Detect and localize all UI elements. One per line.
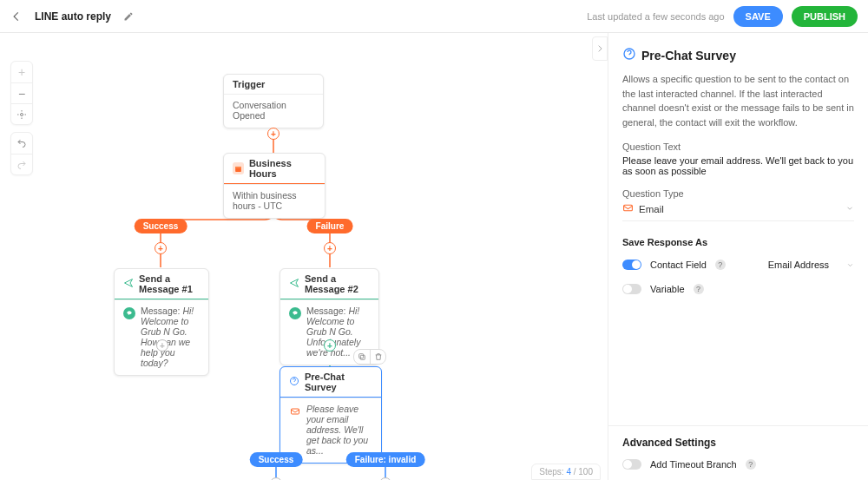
node-trigger-body: Conversation Opened bbox=[233, 100, 314, 121]
add-step-button[interactable]: + bbox=[267, 128, 279, 140]
question-type-select[interactable]: Email bbox=[622, 202, 854, 221]
svg-point-0 bbox=[21, 113, 23, 115]
svg-rect-2 bbox=[235, 166, 241, 168]
node-actions bbox=[353, 349, 386, 365]
question-icon bbox=[289, 376, 299, 388]
edit-title-icon[interactable] bbox=[123, 11, 134, 22]
contact-field-label: Contact Field bbox=[650, 260, 707, 270]
workflow-title: LINE auto reply bbox=[35, 10, 111, 23]
add-step-button[interactable]: + bbox=[324, 242, 336, 254]
question-text-label: Question Text bbox=[622, 141, 854, 152]
sidebar-toggle-button[interactable] bbox=[592, 36, 608, 61]
add-timeout-label: Add Timeout Branch bbox=[650, 459, 737, 470]
send-icon bbox=[123, 278, 134, 290]
node-send-message-1[interactable]: Send a Message #1 Message: Hi! Welcome t… bbox=[114, 268, 209, 376]
line-icon bbox=[289, 307, 301, 319]
fit-screen-button[interactable] bbox=[11, 103, 32, 124]
redo-button[interactable] bbox=[11, 154, 32, 174]
add-timeout-toggle[interactable] bbox=[622, 459, 641, 470]
question-text-value[interactable]: Please leave your email address. We'll g… bbox=[622, 155, 854, 176]
sidebar-description: Allows a specific question to be sent to… bbox=[622, 72, 854, 129]
node-pcs-title: Pre-Chat Survey bbox=[305, 372, 372, 392]
svg-rect-6 bbox=[292, 409, 299, 414]
node-trigger-title: Trigger bbox=[233, 79, 265, 89]
add-step-button[interactable]: + bbox=[324, 339, 336, 352]
save-button[interactable]: SAVE bbox=[733, 6, 783, 27]
contact-field-select[interactable]: Email Address bbox=[768, 260, 854, 270]
node-bh-body: Within business hours - UTC bbox=[233, 190, 316, 211]
sidebar-panel: Pre-Chat Survey Allows a specific questi… bbox=[608, 33, 868, 480]
node-msg1-body: Message: Hi! Welcome to Grub N Go. How c… bbox=[141, 306, 200, 368]
node-trigger[interactable]: Trigger Conversation Opened bbox=[223, 74, 324, 128]
sidebar-title: Pre-Chat Survey bbox=[641, 49, 736, 62]
calendar-icon bbox=[233, 162, 244, 174]
node-bh-title: Business Hours bbox=[249, 158, 316, 179]
zoom-out-button[interactable]: − bbox=[11, 82, 32, 103]
variable-label: Variable bbox=[650, 284, 685, 294]
branch-success-pill[interactable]: Success bbox=[250, 452, 303, 467]
delete-node-button[interactable] bbox=[370, 350, 385, 364]
question-icon bbox=[622, 47, 636, 63]
node-pcs-body: Please leave your email address. We'll g… bbox=[306, 404, 372, 456]
workflow-canvas[interactable]: + − bbox=[0, 33, 608, 480]
variable-toggle[interactable] bbox=[622, 284, 641, 294]
copy-node-button[interactable] bbox=[354, 350, 370, 364]
chevron-down-icon bbox=[845, 204, 854, 214]
undo-button[interactable] bbox=[11, 133, 32, 154]
canvas-toolbar: + − bbox=[10, 61, 33, 175]
branch-success-pill[interactable]: Success bbox=[135, 219, 187, 233]
node-pre-chat-survey[interactable]: Pre-Chat Survey Please leave your email … bbox=[279, 366, 382, 464]
send-icon bbox=[289, 278, 299, 290]
publish-button[interactable]: PUBLISH bbox=[792, 6, 858, 27]
branch-failure-pill[interactable]: Failure: invalid bbox=[346, 452, 425, 467]
steps-counter: Steps: 4 / 100 bbox=[531, 464, 601, 480]
last-updated-label: Last updated a few seconds ago bbox=[587, 11, 724, 22]
help-icon[interactable]: ? bbox=[746, 459, 756, 470]
line-icon bbox=[123, 307, 135, 319]
envelope-icon bbox=[622, 202, 634, 215]
advanced-settings-section: Advanced Settings Add Timeout Branch ? bbox=[608, 425, 868, 480]
svg-rect-4 bbox=[359, 354, 364, 358]
chevron-down-icon bbox=[846, 261, 854, 269]
envelope-icon bbox=[289, 405, 301, 418]
question-type-value: Email bbox=[639, 204, 664, 214]
help-icon[interactable]: ? bbox=[694, 284, 704, 294]
branch-failure-pill[interactable]: Failure bbox=[307, 219, 353, 233]
advanced-settings-label: Advanced Settings bbox=[622, 437, 854, 449]
svg-rect-8 bbox=[624, 205, 633, 211]
contact-field-toggle[interactable] bbox=[622, 260, 641, 270]
node-business-hours[interactable]: Business Hours Within business hours - U… bbox=[223, 153, 326, 219]
svg-rect-3 bbox=[360, 355, 365, 359]
question-type-label: Question Type bbox=[622, 188, 854, 199]
save-response-label: Save Response As bbox=[622, 237, 854, 247]
node-msg1-title: Send a Message #1 bbox=[139, 273, 200, 294]
add-step-button[interactable]: + bbox=[156, 339, 168, 352]
zoom-in-button[interactable]: + bbox=[11, 62, 32, 82]
contact-field-value: Email Address bbox=[768, 260, 829, 270]
help-icon[interactable]: ? bbox=[715, 260, 726, 270]
app-header: LINE auto reply Last updated a few secon… bbox=[0, 0, 868, 33]
node-msg2-title: Send a Message #2 bbox=[305, 273, 370, 294]
add-step-button[interactable]: + bbox=[155, 242, 167, 254]
back-arrow-icon[interactable] bbox=[10, 10, 23, 23]
